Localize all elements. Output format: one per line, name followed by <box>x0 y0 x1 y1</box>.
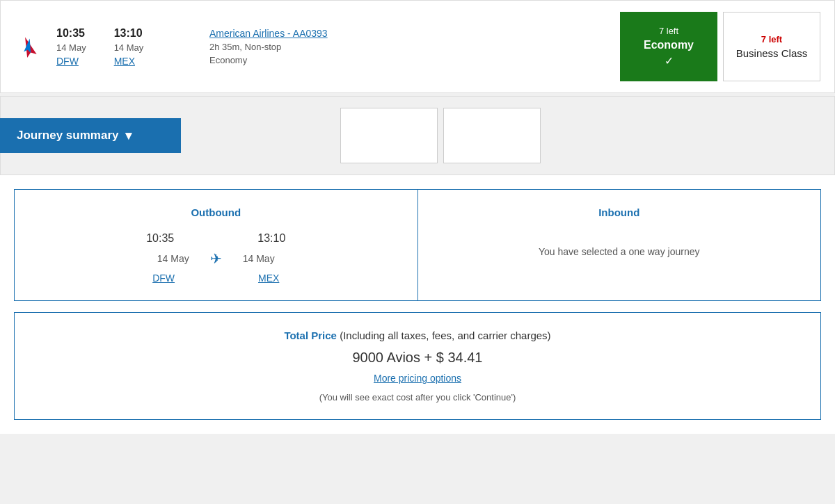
journey-summary-bar[interactable]: Journey summary ▾ <box>0 118 181 153</box>
airline-logo-1 <box>15 34 42 59</box>
business-seat-box-1[interactable]: 7 left Business Class <box>723 12 820 81</box>
journey-summary-label: Journey summary <box>17 129 118 143</box>
flight-row-1: 10:35 14 May DFW 13:10 14 May MEX Americ… <box>0 0 835 93</box>
seat-boxes-1: 7 left Economy ✓ 7 left Business Class <box>620 12 820 81</box>
depart-airport-1[interactable]: DFW <box>56 56 86 67</box>
journey-summary-content: Outbound 10:35 13:10 14 May ✈ 14 May DFW… <box>0 175 835 434</box>
arrive-time-1: 13:10 <box>114 27 144 40</box>
journey-panels: Outbound 10:35 13:10 14 May ✈ 14 May DFW… <box>14 189 821 301</box>
outbound-panel: Outbound 10:35 13:10 14 May ✈ 14 May DFW… <box>14 189 418 301</box>
outbound-depart-airport[interactable]: DFW <box>152 273 175 284</box>
arrive-block-1: 13:10 14 May MEX <box>114 27 144 67</box>
second-seat-box-economy[interactable] <box>340 108 438 163</box>
second-row-container: 14:30 14 May 17:00 14 May Journey summar… <box>0 96 835 175</box>
second-seat-box-business[interactable] <box>443 108 541 163</box>
arrive-date-1: 14 May <box>114 42 144 53</box>
page-wrapper: 10:35 14 May DFW 13:10 14 May MEX Americ… <box>0 0 835 434</box>
outbound-airports: DFW MEX <box>31 273 401 284</box>
flight-2-right <box>335 97 834 174</box>
outbound-depart-date: 14 May <box>157 253 189 264</box>
inbound-panel: Inbound You have selected a one way jour… <box>418 189 822 301</box>
price-value: 9000 Avios + $ 34.41 <box>31 350 804 366</box>
economy-check-1: ✓ <box>665 54 674 67</box>
outbound-arrive-airport[interactable]: MEX <box>258 273 279 284</box>
inbound-message: You have selected a one way journey <box>435 232 804 257</box>
depart-block-1: 10:35 14 May DFW <box>56 27 86 67</box>
more-pricing-options-link[interactable]: More pricing options <box>31 373 804 384</box>
business-label-1: Business Class <box>736 47 808 59</box>
outbound-arrive-date: 14 May <box>243 253 275 264</box>
flight-duration-1: 2h 35m, Non-stop <box>209 42 606 52</box>
outbound-times: 10:35 13:10 <box>31 232 401 245</box>
outbound-title: Outbound <box>31 206 401 218</box>
cost-note: (You will see exact cost after you click… <box>31 392 804 403</box>
chevron-down-icon: ▾ <box>125 128 132 143</box>
total-price-rest: (Including all taxes, fees, and carrier … <box>337 330 551 341</box>
depart-time-1: 10:35 <box>56 27 86 40</box>
depart-date-1: 14 May <box>56 42 86 53</box>
business-seats-left-1: 7 left <box>761 34 782 44</box>
arrive-airport-1[interactable]: MEX <box>114 56 144 67</box>
total-price-label: Total Price (Including all taxes, fees, … <box>31 330 804 341</box>
inbound-title: Inbound <box>435 206 804 218</box>
outbound-arrive-time: 13:10 <box>257 232 285 245</box>
economy-seat-box-1[interactable]: 7 left Economy ✓ <box>620 12 717 81</box>
flight-1-info: American Airlines - AA0393 2h 35m, Non-s… <box>209 28 606 65</box>
plane-icon: ✈ <box>210 250 222 267</box>
total-price-box: Total Price (Including all taxes, fees, … <box>14 312 821 420</box>
flight-1-times: 10:35 14 May DFW 13:10 14 May MEX <box>56 27 196 67</box>
airline-name-1[interactable]: American Airlines - AA0393 <box>209 28 606 39</box>
economy-label-1: Economy <box>644 39 694 51</box>
economy-seats-left-1: 7 left <box>659 26 678 36</box>
outbound-depart-time: 10:35 <box>146 232 174 245</box>
total-price-bold: Total Price <box>284 330 337 341</box>
cabin-class-1: Economy <box>209 55 606 65</box>
outbound-dates: 14 May ✈ 14 May <box>31 250 401 267</box>
